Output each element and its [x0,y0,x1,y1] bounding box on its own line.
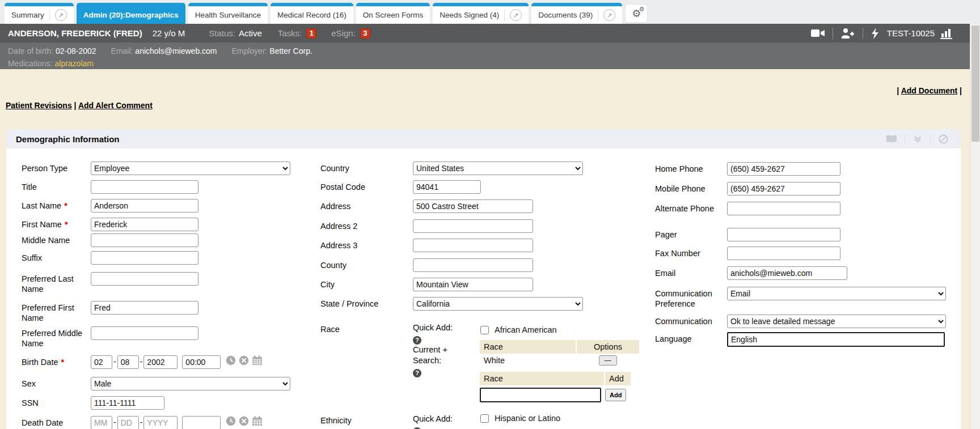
external-link-icon[interactable]: ↗ [603,9,615,21]
tab-needs-signed[interactable]: Needs Signed (4) ↗ [433,3,529,24]
mobile-phone-input[interactable] [727,182,840,196]
add-col-header: Add [605,372,631,385]
communication-select[interactable]: Ok to leave detailed message [727,315,946,328]
tasks-badge[interactable]: 1 [306,28,316,39]
tab-health-surveillance[interactable]: Health Surveillance [188,3,268,24]
add-person-button[interactable] [841,28,855,39]
patient-name: ANDERSON, FREDERICK (FRED) [8,28,142,38]
chart-stats-button[interactable] [940,28,954,39]
external-link-icon[interactable]: ↗ [510,9,522,21]
hispanic-or-latino-checkbox[interactable] [480,414,489,423]
calendar-icon[interactable] [252,416,263,426]
title-input[interactable] [91,180,198,194]
birth-month-input[interactable] [91,355,112,369]
address3-input[interactable] [413,239,533,252]
required-marker: * [64,201,67,210]
communication-preference-select[interactable]: Email [727,287,946,300]
fax-number-input[interactable] [727,247,840,260]
separator: | [897,86,899,95]
address-input[interactable] [413,199,533,213]
email-value: anichols@mieweb.com [135,46,217,56]
tab-documents-popout[interactable]: ↗ [598,9,615,21]
quick-action-button[interactable] [871,28,879,39]
home-phone-input[interactable] [727,162,840,176]
medications-value[interactable]: alprazolam [54,59,93,68]
patient-revisions-link[interactable]: Patient Revisions [6,101,72,110]
african-american-label: African American [495,325,557,334]
postal-code-input[interactable] [413,180,481,194]
death-day-input[interactable] [117,416,139,429]
settings-button[interactable]: ⚙ ⚙ [625,4,648,23]
add-race-button[interactable]: Add [605,389,626,401]
tab-admin-demographics[interactable]: Admin (20):Demographics [77,3,185,24]
preferred-middle-name-input[interactable] [91,326,198,340]
calendar-icon[interactable] [252,355,263,366]
ethnicity-widgets: Hispanic or Latino [480,414,560,423]
alternate-phone-input[interactable] [727,202,840,215]
birth-time-input[interactable] [182,355,221,369]
death-time-input[interactable] [182,416,221,429]
language-input[interactable] [727,332,945,347]
hide-panel-button[interactable] [930,134,956,145]
title-label: Title [22,180,91,192]
suffix-input[interactable] [91,251,198,265]
preferred-last-name-input[interactable] [91,272,198,286]
tab-needs-signed-popout[interactable]: ↗ [504,9,522,21]
person-type-label: Person Type [22,162,91,173]
sex-select[interactable]: Male [91,377,290,390]
tab-summary[interactable]: Summary ↗ [5,3,74,24]
city-label: City [320,278,413,290]
double-chevron-down-icon [913,134,923,144]
city-input[interactable] [413,278,533,291]
clock-icon[interactable] [226,416,236,426]
lightning-bolt-icon [871,28,879,39]
death-month-input[interactable] [91,416,112,429]
pager-input[interactable] [727,228,840,241]
first-name-input[interactable] [91,218,198,231]
remove-race-button[interactable]: — [599,355,617,366]
add-document-link[interactable]: Add Document [901,86,958,95]
race-row: White — [480,354,639,367]
last-name-input[interactable] [91,199,198,213]
race-col-header: Race [480,340,576,354]
form-column-middle: Country United States Postal Code Addres… [320,162,647,429]
email-input[interactable] [727,266,847,280]
county-label: County [320,258,413,270]
birth-year-input[interactable] [143,355,178,369]
state-province-select[interactable]: California [413,297,583,311]
middle-name-input[interactable] [91,233,198,247]
death-date-icons [226,416,263,426]
race-search-input[interactable] [480,388,601,402]
print-view-button[interactable] [877,133,905,145]
clear-date-icon[interactable] [239,355,249,366]
date-separator: - [112,355,117,366]
external-link-icon[interactable]: ↗ [55,9,67,21]
person-type-select[interactable]: Employee [91,162,290,175]
video-call-button[interactable] [811,28,825,39]
tab-on-screen-forms[interactable]: On Screen Forms [356,3,430,24]
address2-input[interactable] [413,219,533,233]
tab-summary-popout[interactable]: ↗ [49,9,67,21]
panel-header-icons [877,133,956,145]
ssn-input[interactable] [91,396,164,410]
help-icon[interactable]: ? [413,369,421,377]
help-icon[interactable]: ? [413,336,421,345]
mobile-phone-label: Mobile Phone [655,182,727,194]
african-american-checkbox[interactable] [480,326,489,334]
race-label: Race [320,322,413,334]
death-year-input[interactable] [143,416,178,429]
tab-medical-record[interactable]: Medical Record (16) [271,3,353,24]
scrollbar-thumb[interactable] [971,26,979,142]
race-quick-add-help: Quick Add: ? Current + Search: ? [413,322,456,377]
preferred-first-name-input[interactable] [91,301,198,315]
add-alert-comment-link[interactable]: Add Alert Comment [78,101,153,110]
county-input[interactable] [413,258,533,272]
esign-badge[interactable]: 3 [360,28,370,39]
birth-day-input[interactable] [117,355,139,369]
country-select[interactable]: United States [413,162,583,175]
tab-documents[interactable]: Documents (39) ↗ [531,3,622,24]
collapse-panel-button[interactable] [905,134,930,144]
clock-icon[interactable] [226,355,236,366]
vertical-scrollbar[interactable] [970,24,980,429]
clear-date-icon[interactable] [239,416,249,426]
